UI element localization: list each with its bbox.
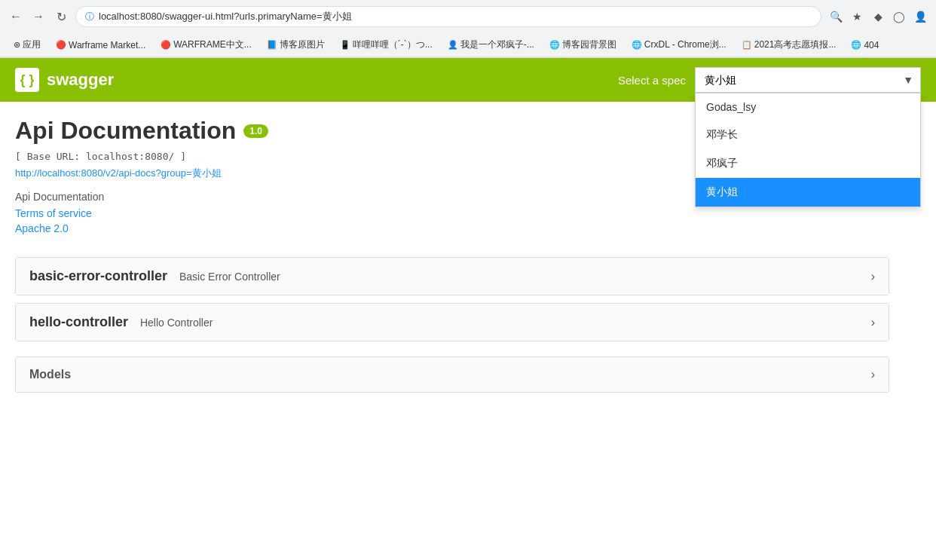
bookmarks-bar: ⊛ 应用 🔴 Warframe Market... 🔴 WARFRAME中文..…: [0, 33, 936, 57]
dropdown-item-godas[interactable]: Godas_lsy: [696, 93, 920, 121]
404-icon: 🌐: [851, 40, 861, 50]
profile-icon-btn[interactable]: 👤: [912, 8, 928, 25]
controller-section-hello: hello-controller Hello Controller ›: [15, 303, 889, 341]
search-icon-btn[interactable]: 🔍: [827, 8, 844, 25]
dropdown-item-deng-xuez[interactable]: 邓学长: [696, 121, 920, 149]
lock-icon: ⓘ: [85, 11, 94, 23]
controller-name-basic-error: basic-error-controller: [29, 268, 167, 283]
chevron-right-icon-basic-error: ›: [871, 270, 875, 283]
bookmark-warframe-market[interactable]: 🔴 Warframe Market...: [50, 38, 151, 53]
warframe-cn-icon: 🔴: [161, 40, 171, 50]
select-spec-label: Select a spec: [618, 74, 686, 87]
crxdl-icon: 🌐: [632, 40, 642, 50]
bookmark-star-btn[interactable]: ★: [849, 8, 865, 25]
controller-section-basic-error: basic-error-controller Basic Error Contr…: [15, 257, 889, 295]
gaokao-icon: 📋: [742, 40, 752, 50]
bookmark-apps[interactable]: ⊛ 应用: [8, 36, 47, 54]
models-header[interactable]: Models ›: [16, 357, 889, 392]
chrome-icon-btn[interactable]: ◯: [891, 8, 907, 25]
dengfengzi-icon: 👤: [448, 40, 458, 50]
bookmark-404[interactable]: 🌐 404: [845, 38, 885, 53]
refresh-button[interactable]: ↻: [53, 8, 69, 25]
swagger-select-area: Select a spec Godas_lsy 邓学长 邓疯子 黄小姐 ▼ Go…: [618, 67, 921, 93]
terms-of-service-link[interactable]: Terms of service: [15, 207, 889, 219]
bookmark-gaokao[interactable]: 📋 2021高考志愿填报...: [736, 36, 843, 54]
bookmark-blog-bg[interactable]: 🌐 博客园背景图: [543, 36, 622, 54]
bilibili-icon: 📱: [340, 40, 350, 50]
dropdown-item-huang-xiaojie[interactable]: 黄小姐: [696, 178, 920, 207]
spec-select-container[interactable]: Godas_lsy 邓学长 邓疯子 黄小姐 ▼ Godas_lsy 邓学长 邓疯…: [695, 67, 921, 93]
controller-name-hello: hello-controller: [29, 314, 128, 329]
forward-button[interactable]: →: [30, 8, 47, 25]
browser-chrome: ← → ↻ ⓘ localhost:8080/swagger-ui.html?u…: [0, 0, 936, 58]
address-bar[interactable]: ⓘ localhost:8080/swagger-ui.html?urls.pr…: [75, 6, 821, 27]
spec-select-dropdown[interactable]: Godas_lsy 邓学长 邓疯子 黄小姐: [695, 67, 921, 93]
browser-nav: ← → ↻ ⓘ localhost:8080/swagger-ui.html?u…: [0, 0, 936, 33]
bookmark-warframe-cn[interactable]: 🔴 WARFRAME中文...: [154, 36, 258, 54]
models-title: Models: [29, 368, 71, 381]
swagger-logo: { } swagger: [15, 68, 114, 92]
swagger-header: { } swagger Select a spec Godas_lsy 邓学长 …: [0, 58, 936, 102]
chevron-right-icon-models: ›: [871, 368, 875, 381]
bookmark-blog-images[interactable]: 📘 博客原图片: [261, 36, 331, 54]
swagger-bracket-icon: { }: [15, 68, 39, 92]
chevron-right-icon-hello: ›: [871, 316, 875, 329]
api-title: Api Documentation: [15, 117, 236, 145]
apache-license-link[interactable]: Apache 2.0: [15, 222, 889, 234]
controller-desc-basic-error: Basic Error Controller: [179, 271, 280, 283]
controller-desc-hello: Hello Controller: [140, 317, 213, 329]
bookmark-dengfengzi[interactable]: 👤 我是一个邓疯子-...: [442, 36, 540, 54]
blog-bg-icon: 🌐: [549, 40, 560, 50]
version-badge: 1.0: [243, 124, 268, 138]
dropdown-item-deng-fengzi[interactable]: 邓疯子: [696, 149, 920, 178]
blog-images-icon: 📘: [267, 40, 277, 50]
controller-header-basic-error[interactable]: basic-error-controller Basic Error Contr…: [16, 258, 889, 295]
apps-icon: ⊛: [14, 40, 20, 50]
spec-dropdown-menu[interactable]: Godas_lsy 邓学长 邓疯子 黄小姐: [695, 93, 921, 207]
controller-header-hello[interactable]: hello-controller Hello Controller ›: [16, 304, 889, 341]
extensions-icon-btn[interactable]: ◆: [870, 8, 886, 25]
bookmark-bilibili[interactable]: 📱 咩哩咩哩（´-`）つ...: [334, 36, 439, 54]
url-text: localhost:8080/swagger-ui.html?urls.prim…: [99, 10, 352, 23]
warframe-market-icon: 🔴: [56, 40, 66, 50]
models-section: Models ›: [15, 357, 889, 393]
swagger-title: swagger: [47, 70, 114, 90]
browser-icons: 🔍 ★ ◆ ◯ 👤: [827, 8, 928, 25]
bookmark-crxdl[interactable]: 🌐 CrxDL - Chrome浏...: [626, 36, 733, 54]
back-button[interactable]: ←: [8, 8, 24, 25]
